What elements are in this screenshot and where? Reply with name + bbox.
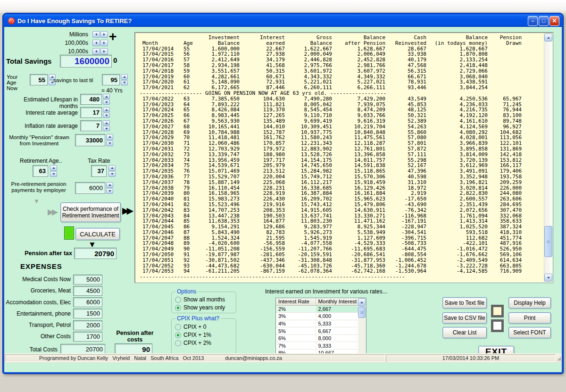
black-double-arrow-icon: ▶▶ [122,205,131,216]
maximize-button[interactable]: □ [539,16,549,26]
last-til-stepper[interactable] [121,74,128,85]
monthly-interest-cell: 2,667 [316,305,358,313]
digit-stepper-millions[interactable] [92,31,108,38]
employer-pension-input[interactable] [75,182,105,194]
tax-rate-stepper[interactable] [108,165,116,177]
interest-rate-header: Interest Rate [276,298,316,305]
radio-label: CPIX + 1% [183,332,211,338]
last-til-input[interactable] [102,74,120,85]
radio-option[interactable]: Show all months [175,296,225,303]
expense-value[interactable] [73,275,102,284]
status-timestamp: 17/03/2014 10:33:26 PM [442,355,499,361]
lifespan-input[interactable] [80,94,102,105]
scroll-up-icon[interactable] [544,33,552,42]
check-performance-button[interactable]: Check performance of Retirement Investme… [60,202,121,222]
interest-rate-label: Interest rate average [4,109,78,116]
radio-icon[interactable] [175,340,181,346]
expense-row: Transport, Petrol [4,320,102,330]
retirement-age-input[interactable] [33,165,48,177]
radio-option[interactable]: CPIX + 0 [175,324,211,330]
interest-grid-row[interactable]: 4%5,333 [276,320,358,327]
scroll-thumb[interactable] [544,226,552,257]
expense-value[interactable] [73,332,102,342]
scroll-down-icon[interactable] [544,274,552,282]
interest-grid-row[interactable]: 3%4,000 [276,313,358,320]
calculate-button[interactable]: CALCULATE [75,228,120,240]
radio-icon[interactable] [175,324,181,330]
total-savings-label: Total Savings [6,57,51,65]
pension-drawn-input[interactable] [75,134,105,146]
radio-option[interactable]: CPIX + 1% [175,332,211,338]
report-row: 17/04/2019604,282,66160,6714,343,3324,34… [138,74,522,80]
report-row: 17/04/2023647,893,222111,8218,005,0427,9… [138,102,522,108]
age-now-input[interactable] [30,74,48,85]
report-row: 17/04/205394-61,211,205-867,159-62,078,3… [138,268,522,274]
expense-value[interactable] [73,297,102,307]
report-row: 17/04/2045869,154,291129,6869,283,9778,9… [138,224,522,230]
close-button[interactable]: ✕ [549,16,559,26]
employer-pension-stepper[interactable] [106,182,113,194]
expense-value[interactable] [73,309,102,318]
retirement-age-stepper[interactable] [50,165,57,177]
radio-option[interactable]: Show years only [175,304,225,311]
expenses-list: Medical Costs NowGroceries, MeatAccomoda… [4,274,102,343]
interest-rate-input[interactable] [80,107,102,118]
expense-label: Groceries, Meat [4,287,73,294]
report-row: 17/04/20377815,887,149225,06816,112,2171… [138,180,522,185]
interest-rate-cell: 6% [276,334,316,342]
save-to-text-file-button[interactable]: Save to Text file [442,297,487,309]
report-scrollbar[interactable] [544,33,552,282]
report-row: 17/04/204889-4,020,600-56,958-4,077,558-… [138,241,522,246]
total-savings-input[interactable] [60,55,112,67]
retirement-age-label: Retirement Age.. [20,158,62,164]
report-row: 17/04/20367715,529,707220,00415,749,7121… [138,174,522,180]
cpix-group: CPIX Plus what? CPIX + 0CPIX + 1%CPIX + … [171,318,236,354]
report-row: 17/04/205293-44,473,682-630,044-45,103,7… [138,263,522,269]
report-header-row: MonthAgeBalanceearnedBalanceafter Pensio… [138,41,522,46]
report-row: 17/04/20408115,983,273226,43016,209,7021… [138,196,522,202]
pension-after-costs-label: Pension after costs [114,330,156,343]
report-row: 17/04/20357615,071,469213,51215,284,9821… [138,168,522,174]
minimize-button[interactable]: – [528,16,538,26]
report-row: 17/04/20398016,158,965228,91916,387,8841… [138,191,522,196]
select-font-button[interactable]: Select FONT [508,327,551,338]
lifespan-stepper[interactable] [103,94,110,105]
inflation-rate-input[interactable] [80,120,102,131]
grid-scroll-up-icon[interactable] [358,298,366,306]
interest-grid-row[interactable]: 6%8,000 [276,334,358,342]
tax-rate-input[interactable] [91,165,107,177]
pension-after-tax-value[interactable] [74,248,117,259]
clear-list-button[interactable]: Clear List [442,327,487,338]
report-panel: InvestmentInterestGrossBalanceCashBalanc… [134,32,553,283]
interest-grid-row[interactable]: 7%9,333 [276,342,358,350]
interest-grid-row[interactable]: 2%2,667 [276,305,358,313]
interest-rate-stepper[interactable] [103,107,110,118]
radio-selected-icon[interactable] [175,305,181,311]
expense-label: Entertainment, phone [4,310,73,317]
expense-value[interactable] [73,320,102,330]
radio-option[interactable]: CPIX + 2% [175,340,211,346]
interest-grid-row[interactable]: 5%6,667 [276,327,358,335]
radio-selected-icon[interactable] [175,332,181,338]
save-to-csv-file-button[interactable]: Save to CSV file [442,312,487,324]
digit-stepper-10000s[interactable] [92,48,108,55]
window-title: Do I Have Enough Savings To RETIRE? [17,17,528,25]
radio-label: CPIX + 0 [183,324,206,330]
expense-value[interactable] [73,286,102,296]
print-button[interactable]: Print [508,312,551,324]
monthly-interest-header: Monthly Interest [316,298,358,305]
report-row: 17/04/20317212,703,929179,97212,883,9021… [138,146,522,152]
report-row: 17/04/2021626,172,66587,4466,260,1116,26… [138,85,522,91]
digit-stepper-100000s[interactable] [92,40,108,46]
monthly-interest-cell: 4,000 [316,313,358,320]
options-group: Options Show all monthsShow years only [171,292,236,313]
expense-row: Accomodation costs, Elec [4,297,102,308]
interest-rate-cell: 5% [276,327,316,335]
radio-icon[interactable] [175,297,181,303]
indicator-square-empty [491,319,504,332]
display-help-button[interactable]: Display Help [508,297,551,309]
indicator-square-filled [491,305,504,317]
pension-drawn-stepper[interactable] [106,134,113,146]
inflation-rate-stepper[interactable] [103,120,110,131]
grid-scroll-thumb[interactable] [358,307,366,318]
